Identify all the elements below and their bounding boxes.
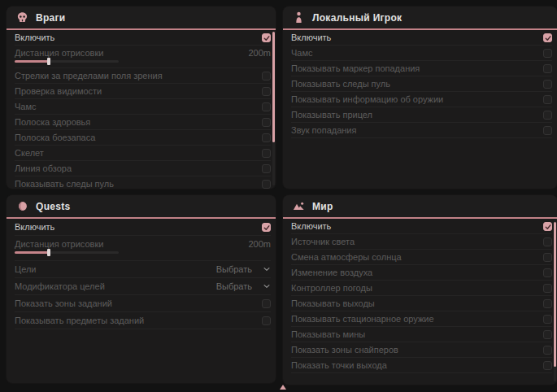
checkbox[interactable] xyxy=(543,64,552,73)
panel-title: Локальный Игрок xyxy=(312,12,402,24)
setting-row: Линия обзора xyxy=(15,161,271,176)
slider-header: Дистанция отрисовки200m xyxy=(15,239,271,249)
slider-header: Дистанция отрисовки200m xyxy=(15,48,271,58)
setting-label: Полоска боезапаса xyxy=(15,133,95,142)
checkbox[interactable] xyxy=(543,268,552,277)
checkbox[interactable] xyxy=(262,72,271,81)
select-dropdown[interactable]: Выбрать xyxy=(216,281,271,291)
setting-label: Смена атмосферы солнца xyxy=(291,252,402,262)
settings-list: ВключитьДистанция отрисовки200mСтрелки з… xyxy=(7,30,276,189)
checkbox[interactable] xyxy=(543,33,552,42)
checkbox[interactable] xyxy=(543,346,552,355)
panel-title: Мир xyxy=(312,201,333,212)
slider-value: 200m xyxy=(248,239,271,249)
checkbox[interactable] xyxy=(262,133,271,142)
slider[interactable] xyxy=(15,251,119,254)
slider-fill xyxy=(15,251,49,254)
checkbox[interactable] xyxy=(543,330,552,339)
setting-label: Цели xyxy=(15,264,36,274)
setting-label: Показывать следы пуль xyxy=(291,79,390,89)
slider[interactable] xyxy=(15,60,119,63)
checkbox[interactable] xyxy=(543,299,552,308)
setting-label: Контроллер погоды xyxy=(291,283,372,293)
setting-label: Чамс xyxy=(291,48,313,58)
scrollbar-thumb[interactable] xyxy=(554,222,556,367)
check-icon xyxy=(545,30,551,45)
setting-row: Показывать следы пуль xyxy=(15,176,271,189)
quest-icon xyxy=(16,200,28,212)
setting-label: Проверка видимости xyxy=(15,86,102,96)
setting-row: Скелет xyxy=(15,146,271,161)
slider-thumb[interactable] xyxy=(47,249,50,256)
checkbox[interactable] xyxy=(262,102,271,111)
checkbox[interactable] xyxy=(262,33,271,42)
checkbox[interactable] xyxy=(543,49,552,58)
slider-row: Дистанция отрисовки200m xyxy=(15,236,271,261)
settings-list: ВключитьЧамсПоказывать маркер попаданияП… xyxy=(283,30,557,138)
checkbox[interactable] xyxy=(262,223,271,232)
check-icon xyxy=(263,30,270,45)
checkbox[interactable] xyxy=(543,80,552,89)
panel-header-enemies: Враги xyxy=(7,7,276,30)
setting-label: Полоска здоровья xyxy=(15,117,90,127)
setting-row: Звук попадания xyxy=(291,123,552,138)
checkbox[interactable] xyxy=(543,361,552,370)
setting-label: Показывать прицел xyxy=(291,110,372,120)
setting-row: Включить xyxy=(15,219,271,236)
setting-label: Включить xyxy=(15,222,54,232)
slider-fill xyxy=(15,60,49,63)
settings-list: ВключитьДистанция отрисовки200mЦелиВыбра… xyxy=(7,219,276,329)
setting-row: Показывать мины xyxy=(291,327,552,342)
person-icon xyxy=(293,11,305,24)
setting-row: Показывать стационарное оружие xyxy=(291,311,552,327)
setting-label: Показывать мины xyxy=(291,329,365,339)
select-value: Выбрать xyxy=(216,281,252,291)
setting-label: Звук попадания xyxy=(291,125,356,135)
setting-label: Показывать маркер попадания xyxy=(291,63,420,73)
setting-row: Показывать маркер попадания xyxy=(291,61,552,76)
setting-label: Линия обзора xyxy=(15,163,72,173)
setting-label: Источник света xyxy=(291,237,355,246)
setting-row: Модификатора целейВыбрать xyxy=(15,278,271,295)
checkbox[interactable] xyxy=(262,118,271,127)
scroll-indicator-triangle xyxy=(280,385,286,390)
setting-row: Стрелки за пределами поля зрения xyxy=(15,68,271,84)
select-dropdown[interactable]: Выбрать xyxy=(216,264,271,274)
slider-thumb[interactable] xyxy=(47,58,50,65)
checkbox[interactable] xyxy=(543,95,552,104)
setting-label: Включить xyxy=(291,33,331,42)
checkbox[interactable] xyxy=(262,316,271,325)
panel-world: МирВключитьИсточник светаСмена атмосферы… xyxy=(283,195,557,385)
checkbox[interactable] xyxy=(543,222,552,231)
check-icon xyxy=(545,219,551,233)
setting-label: Показывать стационарное оружие xyxy=(291,314,434,324)
checkbox[interactable] xyxy=(262,87,271,96)
setting-row: Изменение воздуха xyxy=(291,265,552,281)
setting-label: Модификатора целей xyxy=(15,281,105,291)
scrollbar-thumb[interactable] xyxy=(272,32,275,142)
checkbox[interactable] xyxy=(262,164,271,173)
chevron-down-icon xyxy=(263,282,271,290)
checkbox[interactable] xyxy=(262,180,271,189)
setting-row: Полоска боезапаса xyxy=(15,130,271,146)
scrollbar[interactable] xyxy=(272,32,275,185)
panel-title: Враги xyxy=(36,12,66,24)
setting-label: Показывать информацию об оружии xyxy=(291,94,443,104)
setting-label: Изменение воздуха xyxy=(291,268,372,277)
checkbox[interactable] xyxy=(543,284,552,293)
checkbox[interactable] xyxy=(543,126,552,135)
checkbox[interactable] xyxy=(543,237,552,246)
checkbox[interactable] xyxy=(543,253,552,262)
setting-row: ЦелиВыбрать xyxy=(15,261,271,278)
checkbox[interactable] xyxy=(543,315,552,324)
setting-row: Включить xyxy=(291,219,552,234)
checkbox[interactable] xyxy=(262,299,271,308)
checkbox[interactable] xyxy=(543,111,552,120)
check-icon xyxy=(263,220,270,234)
setting-label: Показать точки выхода xyxy=(291,360,387,370)
scrollbar[interactable] xyxy=(554,220,556,381)
setting-row: Показать зоны снайперов xyxy=(291,342,552,358)
setting-row: Контроллер погоды xyxy=(291,281,552,296)
checkbox[interactable] xyxy=(262,149,271,158)
setting-label: Включить xyxy=(15,33,54,42)
